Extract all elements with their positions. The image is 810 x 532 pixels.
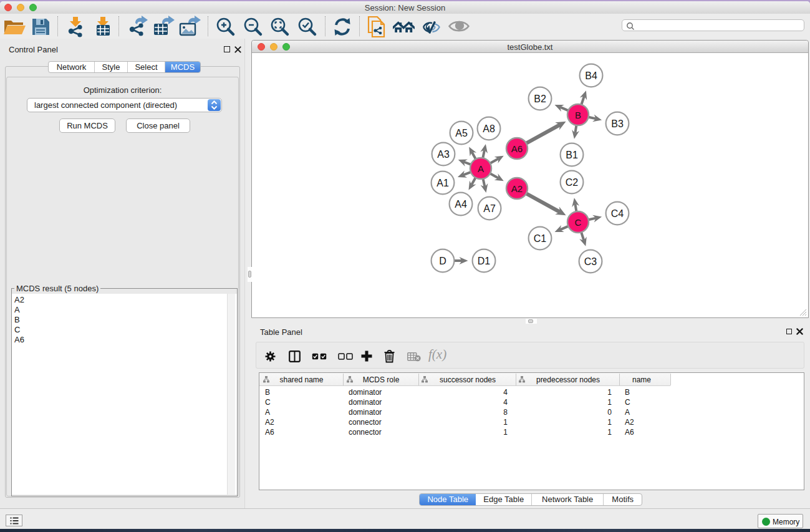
svg-text:D1: D1 bbox=[478, 256, 491, 266]
svg-text:A2: A2 bbox=[511, 183, 523, 194]
svg-text:A8: A8 bbox=[483, 123, 495, 134]
svg-text:D: D bbox=[439, 256, 446, 266]
svg-text:B: B bbox=[575, 110, 581, 120]
svg-text:B2: B2 bbox=[534, 94, 546, 104]
svg-text:C: C bbox=[575, 217, 582, 228]
svg-text:B3: B3 bbox=[611, 118, 624, 129]
svg-text:A1: A1 bbox=[436, 178, 449, 188]
svg-text:A7: A7 bbox=[483, 203, 496, 214]
svg-text:C2: C2 bbox=[566, 177, 579, 188]
svg-text:C4: C4 bbox=[611, 208, 624, 219]
svg-text:B4: B4 bbox=[585, 70, 597, 81]
svg-text:A3: A3 bbox=[437, 149, 450, 160]
svg-text:A5: A5 bbox=[455, 128, 468, 138]
svg-text:B1: B1 bbox=[566, 150, 578, 160]
svg-text:A: A bbox=[478, 163, 484, 174]
svg-text:C3: C3 bbox=[584, 256, 597, 267]
svg-text:A6: A6 bbox=[511, 143, 523, 154]
svg-text:C1: C1 bbox=[534, 233, 547, 244]
svg-text:A4: A4 bbox=[455, 199, 467, 210]
